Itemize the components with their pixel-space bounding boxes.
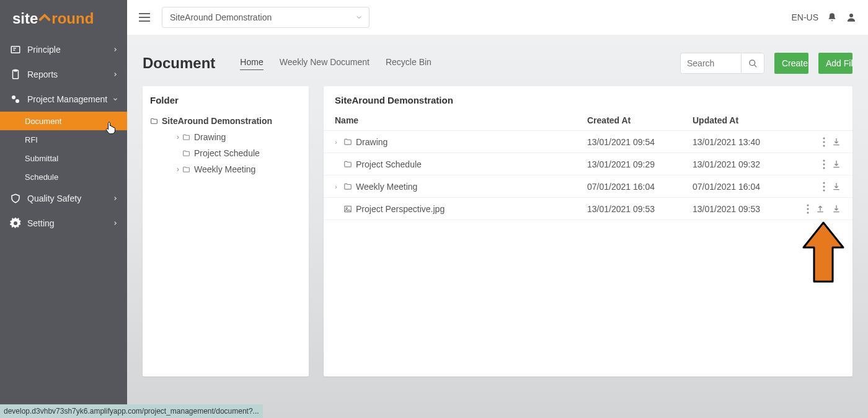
col-name: Name bbox=[335, 115, 587, 125]
row-updated: 13/01/2021 09:53 bbox=[693, 204, 798, 214]
share-icon[interactable] bbox=[815, 204, 825, 214]
more-icon[interactable] bbox=[823, 159, 825, 169]
row-created: 13/01/2021 09:29 bbox=[587, 159, 693, 169]
statusbar-text: develop.d3vhbv73sh7yk6.amplifyapp.com/pr… bbox=[4, 407, 259, 416]
chevron-right-icon bbox=[112, 220, 118, 226]
statusbar: develop.d3vhbv73sh7yk6.amplifyapp.com/pr… bbox=[0, 404, 263, 418]
svg-point-4 bbox=[16, 99, 19, 103]
expand-icon[interactable]: › bbox=[174, 165, 182, 174]
tab-recycle-bin[interactable]: Recycle Bin bbox=[386, 57, 432, 70]
svg-rect-0 bbox=[11, 47, 20, 53]
more-icon[interactable] bbox=[823, 137, 825, 147]
list-row[interactable]: Project Perspective.jpg13/01/2021 09:531… bbox=[324, 198, 852, 220]
download-icon[interactable] bbox=[831, 182, 841, 192]
folder-icon bbox=[343, 138, 352, 146]
project-select[interactable]: SiteAround Demonstration bbox=[162, 7, 370, 28]
nav-quality-safety[interactable]: Quality Safety bbox=[0, 186, 127, 211]
nav-document[interactable]: Document bbox=[0, 112, 127, 130]
logo-arrow-icon bbox=[38, 12, 51, 25]
folder-icon bbox=[343, 160, 352, 169]
tab-weekly-new[interactable]: Weekly New Document bbox=[280, 57, 370, 70]
svg-point-10 bbox=[823, 159, 825, 161]
language-selector[interactable]: EN-US bbox=[791, 12, 818, 22]
col-actions bbox=[798, 115, 841, 125]
chevron-right-icon bbox=[112, 47, 118, 53]
add-file-button[interactable]: Add File bbox=[818, 53, 852, 74]
row-name: Project Schedule bbox=[356, 159, 422, 169]
download-icon[interactable] bbox=[831, 137, 841, 147]
nav-setting[interactable]: Setting bbox=[0, 211, 127, 236]
svg-point-7 bbox=[823, 137, 825, 139]
more-icon[interactable] bbox=[823, 182, 825, 192]
svg-point-19 bbox=[807, 208, 809, 210]
svg-point-8 bbox=[823, 141, 825, 143]
sub-label: Schedule bbox=[25, 172, 58, 182]
expand-icon[interactable]: › bbox=[335, 183, 342, 190]
nav: Principle Reports Project Management Doc… bbox=[0, 37, 127, 236]
nav-project-management[interactable]: Project Management bbox=[0, 87, 127, 112]
gear-icon bbox=[10, 218, 21, 229]
hamburger-icon[interactable] bbox=[138, 12, 151, 22]
nav-principle[interactable]: Principle bbox=[0, 37, 127, 62]
nav-submittal[interactable]: Submittal bbox=[0, 149, 127, 167]
row-updated: 13/01/2021 09:32 bbox=[693, 159, 798, 169]
chevron-down-icon bbox=[355, 14, 363, 21]
row-actions bbox=[798, 204, 841, 214]
svg-point-14 bbox=[823, 185, 825, 187]
sub-label: Document bbox=[25, 117, 61, 126]
download-icon[interactable] bbox=[831, 204, 841, 214]
nav-schedule[interactable]: Schedule bbox=[0, 167, 127, 186]
sidebar: site round Principle Reports Project Man… bbox=[0, 0, 127, 418]
shield-icon bbox=[10, 193, 21, 204]
folder-icon bbox=[182, 133, 190, 141]
tree-item-project-schedule[interactable]: Project Schedule bbox=[159, 145, 301, 161]
col-created: Created At bbox=[587, 115, 693, 125]
user-icon[interactable] bbox=[846, 12, 857, 23]
tabs: Home Weekly New Document Recycle Bin bbox=[240, 57, 432, 70]
download-icon[interactable] bbox=[831, 159, 841, 169]
folder-icon bbox=[182, 166, 190, 174]
gears-icon bbox=[10, 94, 21, 105]
sub-label: RFI bbox=[25, 135, 38, 145]
row-actions bbox=[798, 159, 841, 169]
list-row[interactable]: Project Schedule13/01/2021 09:2913/01/20… bbox=[324, 153, 852, 176]
search-input[interactable] bbox=[680, 53, 741, 74]
sub-label: Submittal bbox=[25, 154, 58, 163]
logo-text-site: site bbox=[12, 10, 38, 27]
more-icon[interactable] bbox=[807, 204, 809, 214]
logo: site round bbox=[0, 0, 127, 37]
list-row[interactable]: ›Drawing13/01/2021 09:5413/01/2021 13:40 bbox=[324, 131, 852, 153]
nav-label: Quality Safety bbox=[27, 193, 81, 203]
logo-text-round: round bbox=[51, 10, 94, 27]
nav-label: Setting bbox=[27, 218, 55, 228]
row-created: 07/01/2021 16:04 bbox=[587, 182, 693, 192]
panels: Folder SiteAround Demonstration › Drawin… bbox=[143, 86, 852, 376]
svg-point-18 bbox=[807, 204, 809, 206]
create-folder-button[interactable]: Create F bbox=[774, 53, 808, 74]
image-icon bbox=[343, 205, 352, 213]
bell-icon[interactable] bbox=[827, 12, 837, 23]
row-created: 13/01/2021 09:53 bbox=[587, 204, 693, 214]
chevron-down-icon bbox=[112, 96, 118, 102]
chevron-right-icon bbox=[112, 195, 118, 202]
folder-icon bbox=[182, 149, 190, 158]
nav-label: Project Management bbox=[27, 94, 107, 104]
list-row[interactable]: ›Weekly Meeting07/01/2021 16:0407/01/202… bbox=[324, 176, 852, 198]
folder-icon bbox=[343, 182, 352, 191]
nav-reports[interactable]: Reports bbox=[0, 62, 127, 87]
tree-root[interactable]: SiteAround Demonstration bbox=[150, 113, 301, 129]
folder-icon bbox=[150, 117, 158, 125]
tree-label: Drawing bbox=[194, 132, 226, 142]
title-actions: Create F Add File bbox=[680, 53, 852, 74]
page-title: Document bbox=[143, 55, 215, 72]
tree-item-weekly-meeting[interactable]: › Weekly Meeting bbox=[159, 161, 301, 177]
row-updated: 07/01/2021 16:04 bbox=[693, 182, 798, 192]
search-button[interactable] bbox=[741, 53, 764, 74]
tree-item-drawing[interactable]: › Drawing bbox=[159, 129, 301, 145]
expand-icon[interactable]: › bbox=[335, 138, 342, 146]
svg-point-5 bbox=[849, 14, 853, 17]
expand-icon[interactable]: › bbox=[174, 133, 182, 141]
folder-tree: SiteAround Demonstration › Drawing Proje… bbox=[150, 113, 301, 177]
nav-rfi[interactable]: RFI bbox=[0, 130, 127, 149]
tab-home[interactable]: Home bbox=[240, 57, 263, 70]
